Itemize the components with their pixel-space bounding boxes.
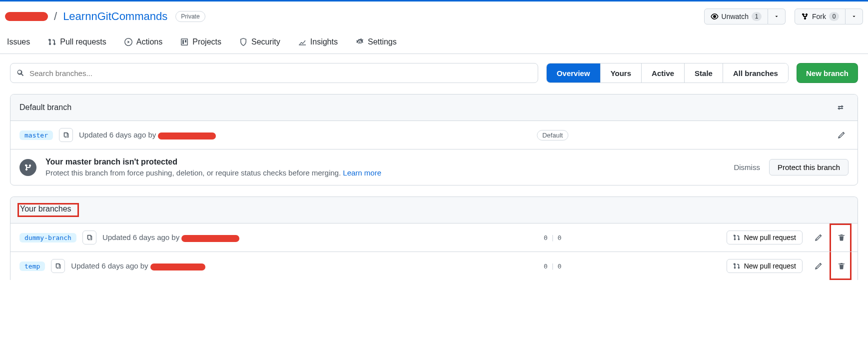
unwatch-button-group: Unwatch 1 [704, 8, 786, 24]
ahead-count: 0 [558, 234, 562, 242]
default-branch-panel: Default branch master Updated 6 days ago… [10, 94, 858, 186]
nav-projects[interactable]: Projects [178, 32, 223, 54]
delete-branch-button[interactable] [835, 230, 849, 244]
branch-chip[interactable]: dummy-branch [19, 233, 76, 242]
unwatch-dropdown[interactable] [768, 8, 786, 24]
ahead-count: 0 [558, 262, 562, 270]
tab-yours[interactable]: Yours [601, 64, 642, 82]
default-branch-header: Default branch [10, 94, 858, 121]
nav-settings-label: Settings [368, 38, 397, 46]
branch-filter-tabs: Overview Yours Active Stale All branches [546, 63, 789, 83]
copy-branch-button[interactable] [82, 230, 96, 244]
shield-icon [239, 38, 247, 46]
new-pull-request-button[interactable]: New pull request [727, 230, 803, 244]
trash-icon [838, 234, 846, 242]
nav-insights[interactable]: Insights [296, 32, 340, 54]
author-redacted [150, 264, 205, 270]
copy-icon [62, 132, 69, 138]
unwatch-button[interactable]: Unwatch 1 [704, 8, 768, 24]
nav-insights-label: Insights [310, 38, 338, 46]
unwatch-count: 1 [752, 12, 762, 21]
search-input[interactable] [10, 64, 538, 82]
branch-chip-master[interactable]: master [19, 130, 53, 140]
pull-request-icon [733, 262, 740, 270]
nav-issues[interactable]: Issues [5, 32, 32, 54]
nav-issues-label: Issues [7, 38, 30, 46]
default-branch-title: Default branch [19, 103, 71, 112]
fork-dropdown[interactable] [846, 8, 863, 24]
behind-count: 0 [544, 262, 548, 270]
trash-icon [838, 262, 846, 270]
tab-stale[interactable]: Stale [685, 64, 723, 82]
eye-icon [711, 12, 719, 20]
copy-branch-button[interactable] [59, 128, 73, 142]
default-badge: Default [537, 130, 568, 140]
copy-branch-button[interactable] [51, 259, 65, 273]
your-branches-panel: Your branches dummy-branch Updated 6 day… [10, 196, 858, 280]
fork-icon [801, 12, 809, 20]
tab-active[interactable]: Active [642, 64, 685, 82]
nav-security[interactable]: Security [237, 32, 282, 54]
fork-button-group: Fork 0 [795, 8, 863, 24]
learn-more-link[interactable]: Learn more [343, 168, 381, 177]
branch-chip[interactable]: temp [19, 262, 45, 271]
gear-icon [356, 38, 364, 46]
chevron-down-icon [852, 14, 857, 19]
nav-settings[interactable]: Settings [354, 32, 399, 54]
switch-default-button[interactable] [834, 100, 848, 114]
copy-icon [54, 262, 61, 270]
nav-pull-requests-label: Pull requests [60, 38, 106, 46]
protect-banner-desc: Protect this branch from force pushing, … [45, 168, 725, 177]
tab-overview[interactable]: Overview [547, 64, 601, 82]
nav-pull-requests[interactable]: Pull requests [46, 32, 108, 54]
author-redacted [158, 132, 216, 140]
visibility-badge: Private [175, 11, 205, 22]
default-branch-row: master Updated 6 days ago by Default [10, 121, 858, 150]
repo-name-link[interactable]: LearnnGitCommands [63, 10, 167, 23]
protect-branch-button[interactable]: Protect this branch [769, 159, 849, 176]
fork-label: Fork [812, 12, 826, 20]
graph-icon [298, 38, 306, 46]
branch-row: temp Updated 6 days ago by 0 | 0 New pul… [10, 252, 858, 280]
protect-banner-title: Your master branch isn't protected [45, 158, 725, 166]
dismiss-link[interactable]: Dismiss [734, 163, 760, 172]
updated-text: Updated 6 days ago by [71, 262, 205, 270]
fork-count: 0 [829, 12, 839, 21]
owner-redacted [5, 12, 48, 21]
nav-actions-label: Actions [136, 38, 162, 46]
play-circle-icon [124, 38, 132, 46]
repo-nav: Issues Pull requests Actions Projects Se… [0, 28, 868, 54]
switch-arrows-icon [837, 103, 845, 112]
updated-text: Updated 6 days ago by [79, 130, 216, 139]
search-wrap [10, 63, 538, 83]
nav-projects-label: Projects [192, 38, 221, 46]
pull-request-icon [733, 234, 740, 241]
fork-button[interactable]: Fork 0 [795, 8, 846, 24]
chevron-down-icon [774, 14, 779, 19]
behind-ahead: 0 | 0 [544, 234, 561, 242]
branch-protection-icon-circle [19, 159, 36, 176]
nav-security-label: Security [251, 38, 280, 46]
rename-branch-button[interactable] [835, 128, 849, 142]
rename-branch-button[interactable] [812, 259, 826, 273]
your-branches-title: Your branches [17, 203, 79, 217]
repo-header: / LearnnGitCommands Private Unwatch 1 Fo… [0, 2, 868, 28]
new-pr-label: New pull request [744, 262, 796, 270]
new-branch-button[interactable]: New branch [797, 63, 858, 83]
your-branches-header: Your branches [10, 197, 858, 224]
updated-text: Updated 6 days ago by [102, 233, 239, 242]
pencil-icon [815, 234, 823, 242]
tab-all-branches[interactable]: All branches [723, 64, 788, 82]
nav-actions[interactable]: Actions [122, 32, 164, 54]
pull-request-icon [48, 38, 56, 46]
rename-branch-button[interactable] [812, 230, 826, 244]
breadcrumb-slash: / [54, 10, 57, 23]
new-pull-request-button[interactable]: New pull request [727, 259, 803, 273]
behind-count: 0 [544, 234, 548, 242]
behind-ahead: 0 | 0 [544, 262, 561, 270]
search-icon [16, 69, 24, 77]
protect-banner: Your master branch isn't protected Prote… [10, 150, 858, 185]
delete-branch-button[interactable] [835, 259, 849, 273]
new-pr-label: New pull request [744, 234, 796, 242]
branch-row: dummy-branch Updated 6 days ago by 0 | 0… [10, 224, 858, 252]
